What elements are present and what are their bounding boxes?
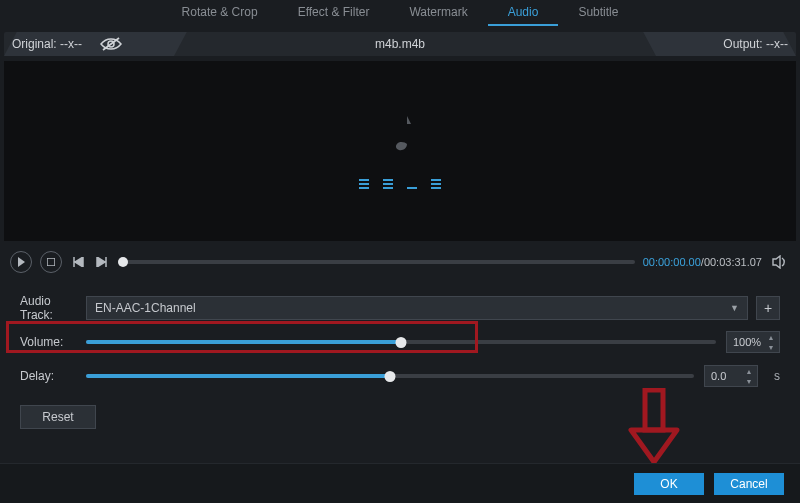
preview-area bbox=[4, 61, 796, 241]
settings-panel: Audio Track: EN-AAC-1Channel ▼ + Volume:… bbox=[0, 279, 800, 391]
svg-rect-12 bbox=[47, 258, 55, 266]
footer: OK Cancel bbox=[0, 463, 800, 503]
annotation-arrow bbox=[627, 388, 681, 466]
output-resolution: Output: --x-- bbox=[723, 37, 788, 51]
audio-track-select[interactable]: EN-AAC-1Channel ▼ bbox=[86, 296, 748, 320]
svg-rect-7 bbox=[383, 187, 393, 189]
time-current: 00:00:00.00 bbox=[643, 256, 701, 268]
transport-controls: 00:00:00.00/00:03:31.07 bbox=[0, 241, 800, 279]
tab-watermark[interactable]: Watermark bbox=[389, 0, 487, 26]
audio-track-label: Audio Track: bbox=[20, 294, 86, 322]
delay-spinner[interactable]: 0.0 ▲ ▼ bbox=[704, 365, 758, 387]
svg-rect-3 bbox=[359, 183, 369, 185]
mute-button[interactable] bbox=[770, 254, 790, 270]
preview-visibility-toggle-icon[interactable] bbox=[100, 37, 122, 51]
music-note-icon bbox=[385, 114, 415, 159]
original-resolution: Original: --x-- bbox=[12, 37, 82, 51]
delay-thumb[interactable] bbox=[385, 371, 396, 382]
volume-up-icon[interactable]: ▲ bbox=[765, 333, 777, 341]
audio-track-value: EN-AAC-1Channel bbox=[95, 301, 196, 315]
delay-slider[interactable] bbox=[86, 374, 694, 378]
previous-button[interactable] bbox=[70, 254, 86, 270]
volume-value: 100% bbox=[733, 336, 761, 348]
cancel-button[interactable]: Cancel bbox=[714, 473, 784, 495]
tabs-bar: Rotate & Crop Effect & Filter Watermark … bbox=[0, 0, 800, 26]
svg-rect-10 bbox=[431, 183, 441, 185]
volume-label: Volume: bbox=[20, 335, 86, 349]
delay-label: Delay: bbox=[20, 369, 86, 383]
tab-rotate-crop[interactable]: Rotate & Crop bbox=[162, 0, 278, 26]
svg-rect-6 bbox=[383, 183, 393, 185]
delay-up-icon[interactable]: ▲ bbox=[743, 367, 755, 375]
svg-rect-4 bbox=[359, 187, 369, 189]
volume-thumb[interactable] bbox=[396, 337, 407, 348]
time-display: 00:00:00.00/00:03:31.07 bbox=[643, 256, 762, 268]
stop-button[interactable] bbox=[40, 251, 62, 273]
delay-value: 0.0 bbox=[711, 370, 726, 382]
add-track-button[interactable]: + bbox=[756, 296, 780, 320]
play-button[interactable] bbox=[10, 251, 32, 273]
tab-audio[interactable]: Audio bbox=[488, 0, 559, 26]
volume-slider[interactable] bbox=[86, 340, 716, 344]
svg-rect-5 bbox=[383, 179, 393, 181]
time-total: 00:03:31.07 bbox=[704, 256, 762, 268]
delay-suffix: s bbox=[774, 369, 780, 383]
equalizer-icon bbox=[359, 179, 441, 189]
delay-down-icon[interactable]: ▼ bbox=[743, 377, 755, 385]
seek-thumb[interactable] bbox=[118, 257, 128, 267]
volume-down-icon[interactable]: ▼ bbox=[765, 343, 777, 351]
tab-effect-filter[interactable]: Effect & Filter bbox=[278, 0, 390, 26]
svg-rect-9 bbox=[431, 179, 441, 181]
seek-track[interactable] bbox=[118, 260, 635, 264]
delay-row: Delay: 0.0 ▲ ▼ s bbox=[20, 361, 780, 391]
svg-rect-8 bbox=[407, 187, 417, 189]
reset-button[interactable]: Reset bbox=[20, 405, 96, 429]
volume-row: Volume: 100% ▲ ▼ bbox=[20, 327, 780, 357]
preview-info-bar: Original: --x-- m4b.m4b Output: --x-- bbox=[4, 32, 796, 56]
svg-rect-13 bbox=[645, 390, 663, 430]
volume-spinner[interactable]: 100% ▲ ▼ bbox=[726, 331, 780, 353]
chevron-down-icon: ▼ bbox=[730, 303, 739, 313]
tab-subtitle[interactable]: Subtitle bbox=[558, 0, 638, 26]
filename-label: m4b.m4b bbox=[375, 37, 425, 51]
ok-button[interactable]: OK bbox=[634, 473, 704, 495]
svg-rect-2 bbox=[359, 179, 369, 181]
next-button[interactable] bbox=[94, 254, 110, 270]
svg-rect-11 bbox=[431, 187, 441, 189]
